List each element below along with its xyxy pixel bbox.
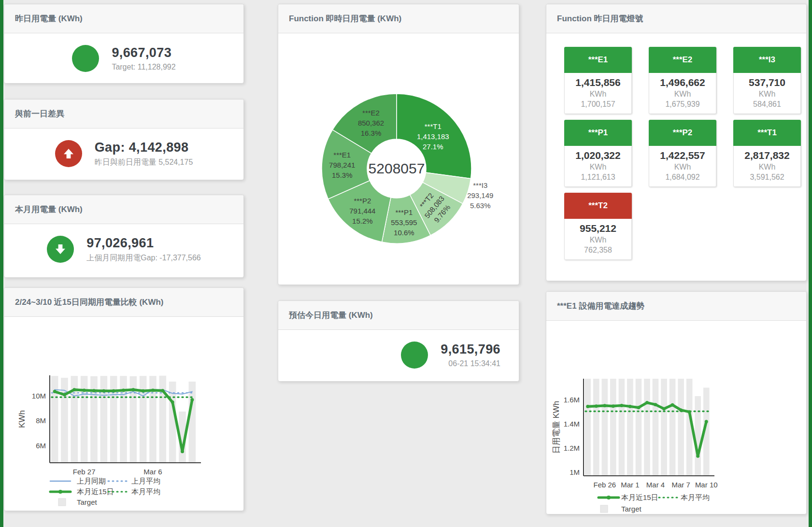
panel-title-text: 與前一日差異	[15, 108, 64, 119]
tile-target: 3,591,562	[734, 173, 800, 182]
x-tick-label: Mar 4	[646, 481, 665, 489]
line-point	[620, 404, 623, 407]
legend-label: 本月近15日	[621, 493, 658, 501]
compare15-body: 6M8M10MFeb 27Mar 6KWh上月同期上月平均本月近15日本月平均T…	[4, 317, 243, 513]
donut-slice-label: 10.6%	[394, 228, 414, 237]
donut-slice-label: 553,595	[391, 218, 417, 227]
x-tick-label: Feb 27	[73, 468, 96, 476]
y-axis-title: 日用電量 KWh	[552, 401, 561, 454]
month-stat-row: 97,026,961 上個月同期用電Gap: -17,377,566	[4, 224, 243, 274]
line-point	[171, 400, 174, 404]
target-bar	[159, 376, 167, 463]
tile-label: ***E1	[564, 47, 632, 73]
tile-body: 537,710 KWh 584,861	[733, 73, 801, 114]
y-tick-label: 1M	[570, 468, 580, 476]
legend-label: 上月同期	[77, 477, 106, 485]
left-edge-strip	[0, 0, 3, 527]
tile-body: 1,422,557 KWh 1,684,092	[649, 146, 716, 187]
line-point	[688, 410, 691, 413]
line-point	[63, 393, 66, 397]
panel-estimate-today: 預估今日用電量 (KWh) 9,615,796 06-21 15:34:41	[278, 300, 519, 382]
tile-body: 1,415,856 KWh 1,700,157	[564, 73, 632, 114]
donut-slice-label: ***P1	[395, 208, 413, 216]
tile-target: 1,684,092	[649, 173, 716, 182]
green-status-circle	[401, 342, 428, 369]
estimate-stat-row: 9,615,796 06-21 15:34:41	[278, 330, 519, 380]
tile-value: 1,422,557	[649, 150, 716, 161]
month-value: 97,026,961	[86, 236, 201, 251]
panel-title-text: 預估今日用電量 (KWh)	[289, 310, 373, 321]
legend-target-swatch	[58, 499, 66, 506]
target-bar	[602, 379, 608, 476]
line-point	[161, 389, 164, 392]
tile-body: 1,020,322 KWh 1,121,613	[564, 146, 632, 187]
target-bar	[100, 376, 108, 463]
line-point	[705, 420, 708, 423]
panel-gap-prev-day: 與前一日差異 Gap: 4,142,898 昨日與前日用電量 5,524,175	[4, 99, 244, 180]
estimate-stat-text: 9,615,796 06-21 15:34:41	[441, 342, 500, 368]
arrow-up-icon	[61, 146, 76, 161]
panel-title-text: Function 昨日用電燈號	[557, 13, 643, 24]
y-tick-label: 10M	[32, 392, 46, 400]
line-point	[72, 388, 76, 391]
x-tick-label: Mar 7	[671, 481, 690, 489]
panel-title-text: 昨日用電量 (KWh)	[15, 13, 83, 24]
target-bar	[189, 382, 196, 463]
gap-stat-row: Gap: 4,142,898 昨日與前日用電量 5,524,175	[4, 128, 243, 179]
e1-trend-body: 1M1.2M1.4M1.6MFeb 26Mar 1Mar 4Mar 7Mar 1…	[546, 321, 806, 516]
y-tick-label: 1.6M	[564, 396, 580, 404]
target-bar	[610, 379, 616, 476]
tile-unit: KWh	[734, 163, 800, 171]
tile-label: ***T2	[564, 193, 632, 219]
light-tile-t1: ***T1 2,817,832 KWh 3,591,562	[733, 120, 801, 187]
target-bar	[51, 376, 58, 463]
line-point	[637, 406, 640, 409]
legend-label: 本月平均	[681, 493, 710, 501]
line-point	[671, 403, 674, 407]
y-tick-label: 8M	[36, 416, 46, 425]
tile-value: 955,212	[565, 223, 631, 234]
tile-unit: KWh	[565, 90, 631, 99]
light-tile-e1: ***E1 1,415,856 KWh 1,700,157	[564, 47, 632, 114]
tile-unit: KWh	[565, 163, 631, 171]
line-point	[645, 401, 649, 404]
legend-line-dot	[58, 490, 62, 494]
panel-donut-title: Function 即時日用電量 (KWh)	[278, 4, 519, 33]
tile-value: 537,710	[734, 77, 800, 88]
tile-value: 1,415,856	[565, 77, 631, 88]
tile-value: 1,020,322	[565, 150, 631, 161]
x-tick-label: Mar 10	[695, 481, 718, 489]
donut-slice-label: 791,444	[349, 207, 375, 215]
month-stat-text: 97,026,961 上個月同期用電Gap: -17,377,566	[86, 236, 201, 263]
donut-slice-label: 293,149	[467, 191, 493, 199]
line-point	[142, 389, 145, 393]
line-point	[112, 389, 115, 393]
panel-lights: Function 昨日用電燈號 ***E1 1,415,856 KWh 1,70…	[546, 4, 807, 281]
yesterday-stat-row: 9,667,073 Target: 11,128,992	[4, 33, 243, 84]
yesterday-value: 9,667,073	[112, 45, 175, 60]
target-bar	[619, 379, 625, 476]
light-tile-t2: ***T2 955,212 KWh 762,358	[564, 193, 632, 260]
dashboard-page: 昨日用電量 (KWh) 9,667,073 Target: 11,128,992…	[0, 0, 812, 527]
panel-e1-trend: ***E1 設備用電達成趨勢 1M1.2M1.4M1.6MFeb 26Mar 1…	[546, 291, 807, 514]
donut-slice-label: 5.63%	[470, 201, 491, 210]
line-point	[586, 405, 589, 408]
line-point	[595, 404, 598, 408]
gap-stat-text: Gap: 4,142,898 昨日與前日用電量 5,524,175	[95, 140, 193, 168]
line-point	[696, 455, 699, 458]
light-tile-p1: ***P1 1,020,322 KWh 1,121,613	[564, 120, 632, 187]
donut-body: ***T11,413,18327.1%***I3293,1495.63%***T…	[278, 33, 519, 287]
tile-unit: KWh	[649, 90, 716, 99]
legend-label: 上月平均	[131, 477, 160, 485]
target-bar	[670, 379, 676, 476]
panel-yesterday-usage: 昨日用電量 (KWh) 9,667,073 Target: 11,128,992	[4, 4, 244, 84]
target-bar	[644, 379, 650, 476]
tile-target: 1,700,157	[565, 100, 631, 109]
x-tick-label: Feb 26	[593, 481, 616, 489]
donut-slice-label: ***E1	[333, 151, 351, 159]
panel-realtime-donut: Function 即時日用電量 (KWh) ***T11,413,18327.1…	[278, 4, 519, 285]
donut-slice-label: 798,241	[329, 161, 355, 169]
realtime-donut-chart: ***T11,413,18327.1%***I3293,1495.63%***T…	[278, 33, 519, 285]
panel-title-text: 本月用電量 (KWh)	[15, 204, 83, 215]
x-tick-label: Mar 6	[143, 468, 162, 476]
